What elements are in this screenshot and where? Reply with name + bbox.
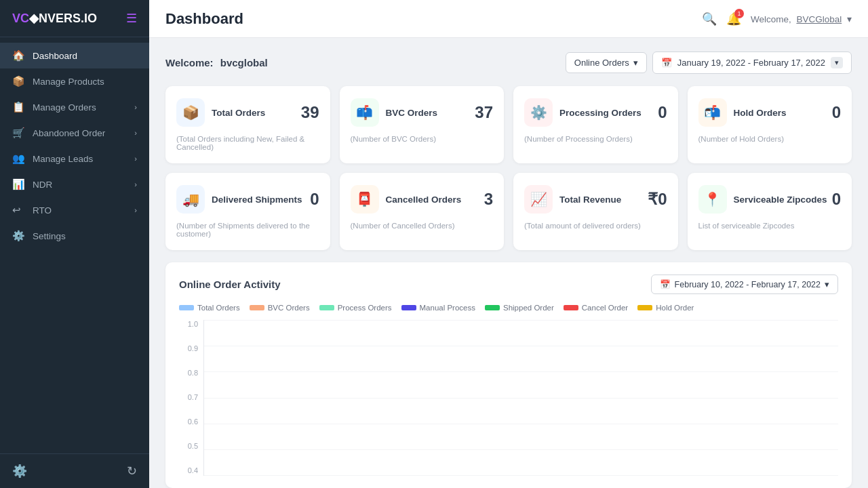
sidebar-item-rto[interactable]: ↩ RTO ›	[0, 197, 149, 223]
sidebar-item-label: Abandoned Order	[33, 128, 134, 138]
user-dropdown-arrow[interactable]: ▾	[847, 14, 852, 24]
dashboard-content: Welcome: bvcglobal Online Orders ▾ 📅 Jan…	[149, 38, 868, 488]
y-axis-label: 0.9	[179, 344, 198, 352]
welcome-bar: Welcome: bvcglobal Online Orders ▾ 📅 Jan…	[165, 52, 852, 74]
sidebar-item-manage-orders[interactable]: 📋 Manage Orders ›	[0, 94, 149, 120]
hold-icon: 📬	[704, 104, 721, 121]
processing-orders-label: Processing Orders	[559, 108, 642, 118]
chart-header: Online Order Activity 📅 February 10, 202…	[179, 274, 838, 294]
chart-calendar-icon: 📅	[660, 279, 671, 289]
hold-orders-desc: (Number of Hold Orders)	[698, 135, 842, 143]
topbar: Dashboard 🔍 🔔 1 Welcome, BVCGlobal ▾	[149, 0, 868, 38]
welcome-label: Welcome,	[751, 14, 791, 24]
total-orders-icon-box: 📦	[176, 98, 205, 127]
search-icon[interactable]: 🔍	[702, 12, 717, 26]
total-orders-desc: (Total Orders including New, Failed & Ca…	[176, 135, 319, 151]
date-range-picker[interactable]: 📅 January 19, 2022 - February 17, 2022 ▾	[652, 52, 852, 74]
processing-orders-desc: (Number of Processing Orders)	[524, 135, 667, 143]
y-axis-label: 0.4	[179, 466, 198, 474]
filter-bar: Online Orders ▾ 📅 January 19, 2022 - Feb…	[566, 52, 852, 74]
sidebar-item-label: Dashboard	[33, 51, 137, 61]
notification-icon[interactable]: 🔔 1	[726, 12, 741, 26]
cancelled-label: Cancelled Orders	[386, 195, 462, 205]
dropdown-arrow-icon: ▾	[633, 58, 638, 68]
sidebar-item-dashboard[interactable]: 🏠 Dashboard	[0, 43, 149, 68]
stat-card-hold-orders[interactable]: 📬 Hold Orders 0 (Number of Hold Orders)	[688, 86, 852, 163]
stat-card-processing-orders[interactable]: ⚙️ Processing Orders 0 (Number of Proces…	[513, 86, 678, 163]
order-type-label: Online Orders	[574, 58, 629, 68]
y-axis-label: 0.8	[179, 369, 198, 377]
grid-line	[204, 475, 838, 476]
order-type-dropdown[interactable]: Online Orders ▾	[566, 52, 647, 73]
y-axis-label: 0.5	[179, 442, 198, 450]
user-menu[interactable]: Welcome, BVCGlobal ▾	[751, 14, 852, 24]
delivered-value: 0	[310, 190, 319, 209]
leads-icon: 👥	[12, 152, 26, 165]
revenue-value: ₹0	[648, 190, 667, 209]
chart-bars	[203, 320, 838, 476]
legend-item: Process Orders	[319, 304, 392, 312]
stat-card-total-orders[interactable]: 📦 Total Orders 39 (Total Orders includin…	[165, 86, 330, 163]
legend-item: Manual Process	[401, 304, 475, 312]
topbar-right: 🔍 🔔 1 Welcome, BVCGlobal ▾	[702, 12, 852, 26]
welcome-username: bvcglobal	[220, 57, 268, 68]
sidebar-footer: ⚙️ ↻	[0, 453, 149, 488]
notification-badge: 1	[734, 9, 744, 18]
sidebar-item-settings[interactable]: ⚙️ Settings	[0, 223, 149, 249]
sidebar-item-label: Manage Orders	[33, 102, 134, 113]
revenue-label: Total Revenue	[559, 195, 621, 205]
rto-icon: ↩	[12, 204, 26, 216]
revenue-desc: (Total amount of delivered orders)	[524, 222, 667, 230]
date-range-text: January 19, 2022 - February 17, 2022	[677, 58, 825, 68]
stat-card-serviceable-zipcodes[interactable]: 📍 Serviceable Zipcodes 0 List of service…	[688, 173, 852, 250]
main-content: Dashboard 🔍 🔔 1 Welcome, BVCGlobal ▾ Wel…	[149, 0, 868, 488]
chart-date-picker[interactable]: 📅 February 10, 2022 - February 17, 2022 …	[651, 274, 838, 294]
y-axis-label: 1.0	[179, 320, 198, 328]
sidebar: VC◆NVERS.IO ☰ 🏠 Dashboard 📦 Manage Produ…	[0, 0, 149, 488]
chart-dropdown-arrow: ▾	[825, 279, 829, 289]
chevron-right-icon: ›	[134, 129, 137, 137]
refresh-icon[interactable]: ↻	[127, 464, 137, 479]
sidebar-nav: 🏠 Dashboard 📦 Manage Products 📋 Manage O…	[0, 37, 149, 453]
hold-icon-box: 📬	[698, 98, 727, 127]
sidebar-item-manage-leads[interactable]: 👥 Manage Leads ›	[0, 146, 149, 171]
chevron-right-icon: ›	[134, 103, 137, 111]
chart-date-range: February 10, 2022 - February 17, 2022	[675, 280, 821, 289]
sidebar-item-label: Settings	[33, 231, 137, 241]
settings-footer-icon[interactable]: ⚙️	[12, 464, 27, 479]
chart-container: Online Order Activity 📅 February 10, 202…	[165, 262, 852, 488]
sidebar-item-abandoned-order[interactable]: 🛒 Abandoned Order ›	[0, 120, 149, 146]
legend-item: BVC Orders	[250, 304, 310, 312]
legend-item: Cancel Order	[564, 304, 628, 312]
delivered-label: Delivered Shipments	[212, 195, 302, 205]
delivered-desc: (Number of Shipments delivered to the cu…	[176, 222, 319, 238]
logo-area: VC◆NVERS.IO ☰	[0, 0, 149, 37]
truck-icon: 🚚	[182, 191, 199, 207]
sidebar-item-ndr[interactable]: 📊 NDR ›	[0, 171, 149, 197]
chevron-right-icon: ›	[134, 180, 137, 188]
sidebar-item-label: Manage Products	[33, 77, 137, 87]
processing-icon: ⚙️	[530, 104, 547, 121]
hamburger-icon[interactable]: ☰	[126, 11, 137, 26]
zipcodes-label: Serviceable Zipcodes	[734, 195, 827, 205]
chevron-right-icon: ›	[134, 155, 137, 163]
legend-item: Total Orders	[179, 304, 240, 312]
welcome-text: Welcome: bvcglobal	[165, 57, 268, 68]
bvc-orders-label: BVC Orders	[386, 108, 438, 118]
package-icon: 📦	[182, 104, 199, 121]
stat-card-bvc-orders[interactable]: 📫 BVC Orders 37 (Number of BVC Orders)	[340, 86, 505, 163]
zipcodes-value: 0	[832, 190, 841, 209]
stat-card-cancelled-orders[interactable]: 📮 Cancelled Orders 3 (Number of Cancelle…	[340, 173, 505, 250]
page-title: Dashboard	[165, 10, 243, 28]
sidebar-item-manage-products[interactable]: 📦 Manage Products	[0, 68, 149, 94]
calendar-icon: 📅	[661, 58, 672, 68]
bvc-orders-desc: (Number of BVC Orders)	[351, 135, 494, 143]
calendar-dropdown-icon: ▾	[831, 57, 843, 68]
stat-card-delivered-shipments[interactable]: 🚚 Delivered Shipments 0 (Number of Shipm…	[165, 173, 330, 250]
sidebar-item-label: NDR	[33, 180, 134, 190]
username-label: BVCGlobal	[796, 14, 842, 24]
products-icon: 📦	[12, 75, 26, 87]
stat-card-total-revenue[interactable]: 📈 Total Revenue ₹0 (Total amount of deli…	[513, 173, 678, 250]
cancelled-icon-box: 📮	[351, 185, 379, 214]
bvc-icon: 📫	[356, 104, 373, 121]
